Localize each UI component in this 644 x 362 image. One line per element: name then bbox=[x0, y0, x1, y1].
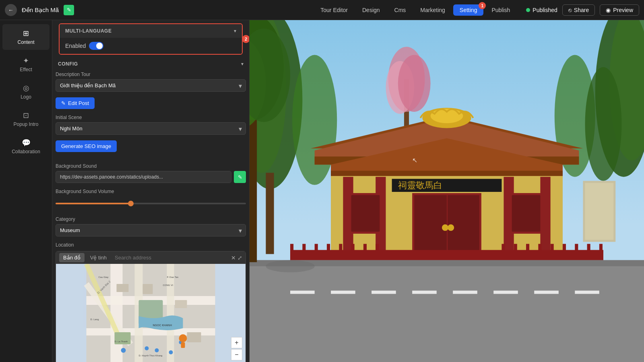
svg-rect-91 bbox=[453, 291, 477, 294]
map-tabs-bar: Bản đồ Vệ tinh ✕ ⤢ bbox=[56, 251, 246, 264]
svg-rect-70 bbox=[315, 244, 318, 262]
sidebar-label-collab: Collaboration bbox=[12, 149, 40, 154]
background-sound-url: https://dev-assets.panoee.com/statics/up… bbox=[56, 171, 231, 183]
svg-rect-93 bbox=[534, 291, 559, 294]
nav-setting[interactable]: Setting 1 bbox=[453, 4, 484, 16]
logo-icon: ◎ bbox=[23, 84, 29, 93]
svg-rect-74 bbox=[363, 244, 367, 262]
enabled-label: Enabled bbox=[65, 43, 86, 49]
volume-group: Background Sound Volume bbox=[56, 189, 246, 211]
initial-scene-select-wrapper: Nghi Môn bbox=[56, 122, 246, 135]
svg-rect-84 bbox=[599, 244, 603, 262]
svg-text:祠靈敬馬白: 祠靈敬馬白 bbox=[398, 180, 442, 190]
svg-rect-12 bbox=[175, 300, 187, 308]
main-layout: ⊞ Content ✦ Effect ◎ Logo ⊡ Popup Intro … bbox=[0, 20, 644, 362]
volume-thumb bbox=[128, 201, 134, 206]
svg-rect-10 bbox=[117, 284, 129, 292]
sidebar-item-effect[interactable]: ✦ Effect bbox=[2, 51, 50, 77]
edit-post-icon: ✎ bbox=[61, 100, 66, 106]
svg-rect-88 bbox=[331, 291, 355, 294]
multilanguage-header[interactable]: MULTI-LANGUAGE ▾ bbox=[60, 24, 242, 38]
nav-design[interactable]: Design bbox=[356, 4, 386, 16]
initial-scene-select[interactable]: Nghi Môn bbox=[56, 122, 246, 135]
map-search-clear-button[interactable]: ✕ bbox=[231, 255, 236, 261]
svg-rect-11 bbox=[143, 284, 153, 294]
svg-rect-92 bbox=[493, 291, 518, 294]
svg-point-15 bbox=[145, 346, 149, 350]
category-select[interactable]: Museum bbox=[56, 224, 246, 237]
svg-rect-94 bbox=[575, 291, 599, 294]
svg-rect-75 bbox=[376, 244, 379, 262]
svg-rect-83 bbox=[587, 244, 590, 262]
edit-post-button[interactable]: ✎ Edit Post bbox=[56, 97, 95, 109]
icon-sidebar: ⊞ Content ✦ Effect ◎ Logo ⊡ Popup Intro … bbox=[0, 20, 52, 362]
svg-text:Cau Giay: Cau Giay bbox=[99, 276, 109, 278]
share-icon: ⎋ bbox=[568, 7, 572, 13]
map-zoom-in-button[interactable]: + bbox=[231, 337, 242, 348]
map-image: D. Vanh Đai 2 NGOC KHANH D. La Thanh D. … bbox=[56, 264, 246, 362]
config-header[interactable]: CONFIG ▾ bbox=[56, 58, 246, 70]
title-edit-button[interactable]: ✎ bbox=[64, 5, 74, 15]
back-button[interactable]: ← bbox=[5, 4, 17, 16]
url-row: https://dev-assets.panoee.com/statics/up… bbox=[56, 171, 246, 183]
background-sound-edit-button[interactable]: ✎ bbox=[234, 171, 246, 183]
multilanguage-toggle[interactable] bbox=[89, 42, 103, 50]
share-button[interactable]: ⎋ Share bbox=[562, 4, 595, 16]
initial-scene-label: Initial Scene bbox=[56, 115, 246, 120]
volume-slider[interactable] bbox=[56, 196, 246, 211]
multilanguage-title: MULTI-LANGUAGE bbox=[65, 28, 111, 34]
nav-tour-editor[interactable]: Tour Editor bbox=[314, 4, 354, 16]
generate-seo-group: Generate SEO image bbox=[56, 140, 246, 158]
published-status: Published bbox=[526, 7, 557, 13]
svg-rect-82 bbox=[575, 244, 578, 262]
panorama-svg: 祠靈敬馬白 bbox=[250, 20, 644, 362]
setting-badge: 1 bbox=[479, 2, 486, 9]
category-group: Category Museum bbox=[56, 216, 246, 237]
map-svg: D. Vanh Đai 2 NGOC KHANH D. La Thanh D. … bbox=[56, 264, 246, 362]
edit-post-group: ✎ Edit Post bbox=[56, 97, 246, 109]
svg-rect-13 bbox=[187, 332, 201, 342]
volume-label: Background Sound Volume bbox=[56, 189, 246, 194]
config-chevron: ▾ bbox=[241, 61, 244, 67]
sidebar-item-popup-intro[interactable]: ⊡ Popup Intro bbox=[2, 106, 50, 132]
enabled-row: Enabled bbox=[65, 42, 236, 50]
svg-rect-97 bbox=[585, 183, 614, 240]
published-dot bbox=[526, 8, 530, 12]
map-tab-ve-tinh[interactable]: Vệ tinh bbox=[86, 253, 111, 262]
sidebar-item-content[interactable]: ⊞ Content bbox=[2, 24, 50, 50]
map-zoom-out-button[interactable]: − bbox=[231, 349, 242, 360]
svg-point-42 bbox=[398, 55, 431, 112]
sidebar-label-effect: Effect bbox=[20, 67, 32, 72]
back-icon: ← bbox=[8, 7, 14, 13]
description-tour-group: Description Tour Giới thiệu đền Bạch Mã bbox=[56, 72, 246, 92]
svg-text:P. Dao Tan: P. Dao Tan bbox=[167, 276, 179, 278]
content-icon: ⊞ bbox=[23, 29, 29, 38]
config-title: CONFIG bbox=[58, 61, 78, 67]
nav-marketing[interactable]: Marketing bbox=[414, 4, 451, 16]
sidebar-label-popup: Popup Intro bbox=[13, 121, 38, 127]
map-search-input[interactable] bbox=[112, 253, 229, 262]
sidebar-item-collaboration[interactable]: 💬 Collaboration bbox=[2, 134, 50, 159]
svg-rect-20 bbox=[181, 342, 185, 348]
preview-button[interactable]: ◉ Preview bbox=[600, 4, 639, 16]
config-section: CONFIG ▾ Description Tour Giới thiệu đền… bbox=[56, 58, 246, 362]
svg-rect-71 bbox=[327, 244, 330, 262]
map-tab-ban-do[interactable]: Bản đồ bbox=[59, 253, 85, 262]
sidebar-label-logo: Logo bbox=[21, 94, 31, 100]
nav-cms[interactable]: Cms bbox=[388, 4, 413, 16]
nav-links: Tour Editor Design Cms Marketing Setting… bbox=[314, 4, 516, 16]
map-expand-button[interactable]: ⤢ bbox=[237, 255, 242, 261]
sidebar-item-logo[interactable]: ◎ Logo bbox=[2, 79, 50, 105]
nav-right-actions: Published ⎋ Share ◉ Preview bbox=[526, 4, 639, 16]
svg-text:D. La Thanh: D. La Thanh bbox=[115, 340, 128, 343]
generate-seo-button[interactable]: Generate SEO image bbox=[56, 140, 117, 152]
collab-icon: 💬 bbox=[22, 138, 31, 147]
preview-icon: ◉ bbox=[606, 7, 611, 13]
svg-point-36 bbox=[292, 55, 337, 185]
nav-publish[interactable]: Publish bbox=[485, 4, 516, 16]
svg-rect-62 bbox=[351, 195, 380, 232]
background-sound-label: Background Sound bbox=[56, 163, 246, 169]
panorama-view: 祠靈敬馬白 bbox=[250, 20, 644, 362]
settings-panel: MULTI-LANGUAGE ▾ Enabled 2 CONFIG ▾ bbox=[52, 20, 250, 362]
description-tour-select[interactable]: Giới thiệu đền Bạch Mã bbox=[56, 79, 246, 92]
